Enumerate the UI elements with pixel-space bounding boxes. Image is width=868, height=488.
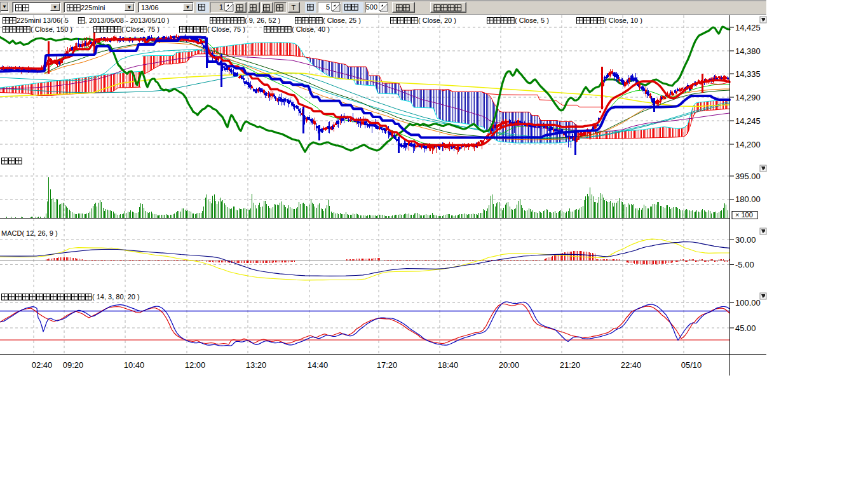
svg-text:225mini: 225mini	[81, 4, 105, 11]
svg-text:( Close, 5 ): ( Close, 5 )	[515, 17, 549, 24]
svg-text:( Close, 150 ): ( Close, 150 )	[31, 25, 72, 33]
svg-text:225mini 13/06( 5: 225mini 13/06( 5	[17, 17, 69, 24]
svg-text:22:40: 22:40	[621, 360, 642, 370]
svg-text:30.00: 30.00	[735, 235, 756, 245]
svg-text:, 2013/05/08 - 2013/05/10 ): , 2013/05/08 - 2013/05/10 )	[85, 17, 170, 24]
svg-text:20:00: 20:00	[499, 360, 520, 370]
svg-text:45.00: 45.00	[735, 323, 756, 333]
svg-text:( Close, 25 ): ( Close, 25 )	[323, 17, 361, 24]
svg-text:-5.00: -5.00	[735, 260, 754, 269]
svg-text:05/10: 05/10	[681, 360, 702, 370]
svg-text:17:20: 17:20	[377, 360, 398, 370]
svg-text:( Close, 75 ): ( Close, 75 )	[207, 25, 245, 33]
svg-text:( 9, 26, 52 ): ( 9, 26, 52 )	[245, 17, 280, 24]
svg-text:( Close, 75 ): ( Close, 75 )	[121, 25, 159, 33]
svg-text:14,290: 14,290	[735, 93, 761, 102]
svg-text:MACD( 12, 26, 9 ): MACD( 12, 26, 9 )	[1, 229, 58, 237]
svg-text:18:40: 18:40	[438, 360, 459, 370]
svg-text:( Close, 10 ): ( Close, 10 )	[604, 17, 642, 24]
svg-text:14,335: 14,335	[735, 69, 761, 79]
svg-text:( Close, 40 ): ( Close, 40 )	[292, 25, 330, 33]
svg-text:12:00: 12:00	[185, 360, 206, 370]
svg-text:100.00: 100.00	[735, 298, 761, 308]
svg-text:395.00: 395.00	[735, 172, 761, 181]
svg-text:( 14, 3, 80, 20 ): ( 14, 3, 80, 20 )	[92, 293, 140, 301]
svg-text:10:40: 10:40	[124, 360, 145, 370]
svg-text:13/06: 13/06	[141, 4, 159, 11]
svg-text:14:40: 14:40	[308, 360, 329, 370]
svg-text:14,245: 14,245	[735, 116, 761, 126]
svg-text:× 100: × 100	[735, 211, 753, 219]
svg-text:02:40: 02:40	[32, 360, 53, 370]
svg-text:T: T	[292, 4, 296, 11]
svg-text:14,200: 14,200	[735, 140, 761, 149]
svg-text:( Close, 20 ): ( Close, 20 )	[418, 17, 456, 24]
svg-text:14,380: 14,380	[735, 46, 761, 56]
svg-text:21:20: 21:20	[560, 360, 581, 370]
svg-text:09:20: 09:20	[63, 360, 84, 370]
svg-text:13:20: 13:20	[246, 360, 267, 370]
svg-text:180.00: 180.00	[735, 194, 761, 204]
svg-text:14,425: 14,425	[735, 23, 761, 32]
